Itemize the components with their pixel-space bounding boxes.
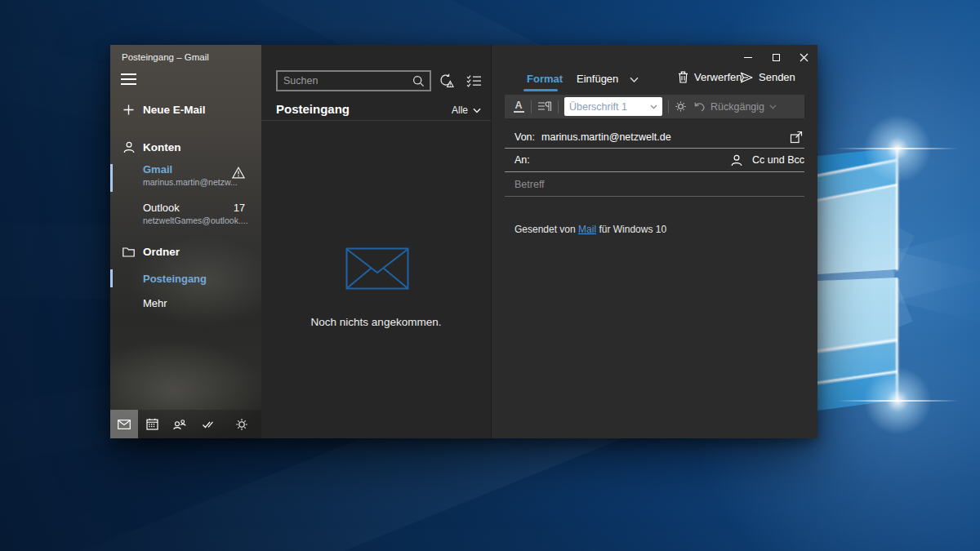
search-box[interactable]	[276, 70, 431, 91]
divider	[558, 100, 559, 113]
signature-suffix: für Windows 10	[596, 224, 666, 235]
send-button[interactable]: Senden	[740, 71, 795, 83]
search-input[interactable]	[278, 75, 412, 87]
message-body-signature[interactable]: Gesendet von Mail für Windows 10	[514, 224, 666, 235]
minimize-button[interactable]	[734, 45, 762, 69]
signature-link[interactable]: Mail	[578, 224, 596, 235]
folders-header-label: Ordner	[143, 246, 180, 258]
tabs-overflow-button[interactable]	[630, 77, 639, 83]
selection-indicator	[110, 269, 113, 287]
sidebar: Posteingang – Gmail Neue E-Mail Konten G…	[110, 45, 261, 438]
folder-icon	[122, 247, 136, 257]
account-name: Outlook	[143, 202, 180, 214]
folders-header[interactable]: Ordner	[110, 241, 261, 262]
formatting-toolbar: A Überschrift 1 Rückgä	[505, 95, 804, 118]
folder-mehr[interactable]: Mehr	[110, 293, 261, 313]
to-label: An:	[514, 154, 530, 166]
close-icon	[800, 53, 808, 62]
paragraph-icon	[537, 101, 552, 112]
divider	[668, 100, 669, 113]
undo-button[interactable]: Rückgängig	[693, 101, 777, 113]
accounts-header-label: Konten	[143, 141, 181, 153]
filter-value: Alle	[452, 104, 468, 116]
new-mail-label: Neue E-Mail	[143, 104, 206, 116]
format-options-button[interactable]	[675, 100, 687, 113]
chevron-down-icon	[630, 77, 639, 83]
empty-state-envelope-icon	[345, 247, 409, 290]
unread-count-badge: 17	[234, 202, 245, 214]
gear-icon	[675, 100, 687, 113]
divider	[531, 100, 532, 113]
account-gmail[interactable]: Gmail marinus.martin@netzw...	[110, 162, 261, 194]
compose-command-bar: Format Einfügen Verwerfen Senden	[492, 69, 817, 92]
desktop-wallpaper: Posteingang – Gmail Neue E-Mail Konten G…	[0, 0, 980, 551]
warning-icon	[232, 167, 245, 179]
nav-todo-button[interactable]	[194, 410, 221, 438]
divider	[261, 120, 491, 121]
style-dropdown-value: Überschrift 1	[569, 101, 650, 113]
maximize-icon	[773, 54, 780, 61]
chevron-down-icon	[650, 104, 657, 109]
send-icon	[740, 72, 753, 83]
nav-people-button[interactable]	[166, 410, 194, 438]
account-name: Gmail	[143, 163, 172, 176]
selection-mode-button[interactable]	[464, 72, 483, 90]
from-field[interactable]: Von: marinus.martin@netzwelt.de	[505, 127, 804, 149]
from-label: Von:	[514, 131, 535, 143]
tab-einfuegen[interactable]: Einfügen	[577, 73, 618, 85]
sync-error-icon	[439, 73, 456, 89]
maximize-button[interactable]	[762, 45, 790, 69]
new-mail-button[interactable]: Neue E-Mail	[110, 99, 261, 120]
nav-mail-button[interactable]	[110, 410, 138, 438]
list-pane-title: Posteingang	[276, 102, 350, 116]
hamburger-menu-icon[interactable]	[121, 73, 136, 86]
double-check-icon	[202, 420, 214, 429]
style-dropdown[interactable]: Überschrift 1	[564, 97, 662, 116]
cc-bcc-button[interactable]: Cc und Bcc	[731, 154, 804, 167]
undo-icon	[693, 101, 706, 112]
to-field[interactable]: An: Cc und Bcc	[505, 149, 804, 172]
account-email: netzweltGames@outlook....	[143, 216, 248, 225]
light-flare-spike	[836, 400, 959, 402]
search-icon	[412, 75, 425, 87]
sync-error-button[interactable]	[437, 72, 457, 90]
accounts-header[interactable]: Konten	[110, 136, 261, 158]
mail-app-window: Posteingang – Gmail Neue E-Mail Konten G…	[110, 45, 817, 438]
active-tab-indicator	[523, 89, 558, 91]
window-controls	[734, 45, 817, 69]
close-button[interactable]	[790, 45, 817, 69]
account-email: marinus.martin@netzw...	[143, 177, 238, 187]
paragraph-formatting-button[interactable]	[537, 101, 552, 112]
checklist-icon	[466, 74, 482, 87]
window-title: Posteingang – Gmail	[122, 52, 209, 62]
nav-calendar-button[interactable]	[138, 410, 166, 438]
compose-pane: Format Einfügen Verwerfen Senden A	[491, 45, 817, 438]
font-formatting-button[interactable]: A	[512, 100, 525, 113]
subject-field[interactable]: Betreff	[505, 172, 804, 197]
light-beam	[889, 224, 980, 300]
filter-dropdown[interactable]: Alle	[452, 104, 481, 116]
open-in-new-window-button[interactable]	[790, 131, 803, 144]
tab-format[interactable]: Format	[527, 73, 563, 85]
selection-indicator	[110, 164, 113, 192]
signature-prefix: Gesendet von	[514, 224, 578, 235]
font-formatting-icon: A	[514, 100, 522, 111]
chevron-down-icon	[769, 104, 777, 109]
from-value: marinus.martin@netzwelt.de	[541, 131, 671, 143]
undo-label: Rückgängig	[710, 101, 764, 113]
cc-bcc-label: Cc und Bcc	[752, 154, 804, 166]
mail-icon	[118, 420, 131, 429]
subject-placeholder: Betreff	[514, 179, 545, 190]
people-icon	[173, 419, 186, 430]
empty-state-message: Noch nichts angekommen.	[261, 316, 491, 328]
discard-button[interactable]: Verwerfen	[678, 71, 742, 83]
gear-icon	[235, 418, 248, 431]
light-beam	[889, 252, 980, 327]
folder-posteingang[interactable]: Posteingang	[110, 269, 261, 288]
account-outlook[interactable]: Outlook 17 netzweltGames@outlook....	[110, 200, 261, 233]
nav-settings-button[interactable]	[228, 410, 256, 438]
person-icon	[731, 154, 742, 167]
popout-icon	[790, 131, 803, 144]
light-flare-spike	[836, 148, 959, 149]
sidebar-bottom-nav	[110, 410, 261, 438]
